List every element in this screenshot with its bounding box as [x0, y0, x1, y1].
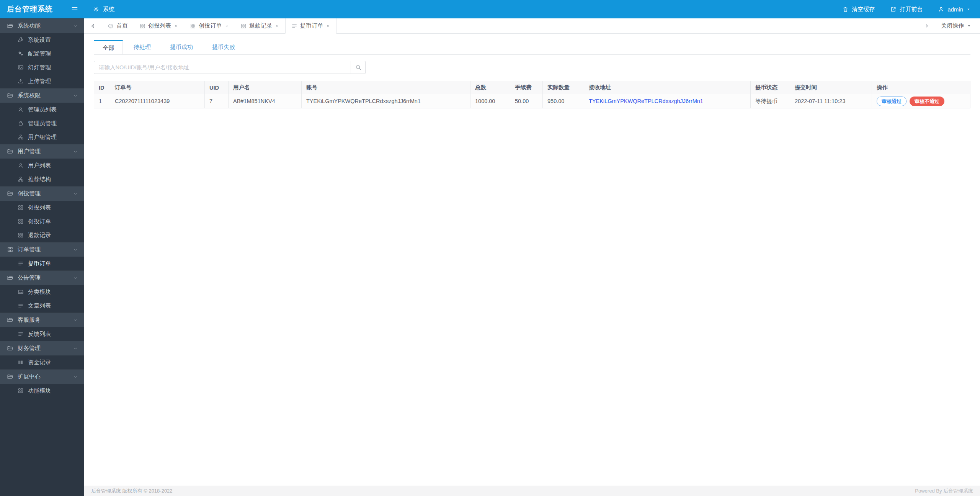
sidebar-group[interactable]: 公告管理 — [0, 270, 84, 285]
sidebar-group[interactable]: 用户管理 — [0, 144, 84, 159]
search-button[interactable] — [351, 61, 366, 74]
sidebar-item[interactable]: 创投列表 — [0, 201, 84, 214]
sidebar-item[interactable]: 配置管理 — [0, 47, 84, 61]
folder-icon — [7, 92, 13, 99]
open-tab[interactable]: 首页 — [102, 18, 134, 33]
folder-icon — [7, 23, 13, 29]
chevron-down-icon — [73, 374, 78, 380]
triangle-left-icon — [90, 23, 96, 29]
sidebar-item[interactable]: 上传管理 — [0, 74, 84, 88]
sidebar-item[interactable]: 系统设置 — [0, 33, 84, 47]
close-icon[interactable] — [224, 24, 229, 28]
sidebar-item[interactable]: 管理员列表 — [0, 103, 84, 116]
grid-icon — [7, 246, 13, 253]
filter-tab[interactable]: 提币失败 — [204, 40, 243, 54]
sidebar-item-label: 用户列表 — [28, 162, 51, 169]
list-icon — [291, 23, 297, 29]
sidebar-group[interactable]: 客服服务 — [0, 313, 84, 327]
cell-time: 2022-07-11 11:10:23 — [790, 94, 872, 108]
close-icon[interactable] — [174, 24, 178, 28]
sidebar-group[interactable]: 订单管理 — [0, 242, 84, 257]
sidebar-group[interactable]: 创投管理 — [0, 186, 84, 201]
gears-icon — [18, 51, 24, 57]
tab-label: 创投列表 — [148, 22, 171, 29]
sidebar-group-label: 系统功能 — [18, 22, 73, 29]
close-icon[interactable] — [326, 24, 330, 28]
sitemap-icon — [18, 176, 24, 182]
hamburger-icon[interactable] — [71, 6, 78, 13]
scroll-tabs-right-button[interactable] — [924, 23, 929, 28]
grid-icon — [18, 388, 24, 394]
topbar-action-external[interactable]: 打开前台 — [890, 6, 923, 13]
close-operations-dropdown[interactable]: 关闭操作 — [941, 22, 972, 29]
topbar-action-label: admin — [947, 6, 963, 13]
copyright-text: 后台管理系统 版权所有 © 2018-2022 — [91, 488, 915, 494]
list-icon — [18, 331, 24, 337]
sidebar-item[interactable]: 功能模块 — [0, 384, 84, 398]
triangle-right-icon — [924, 23, 929, 28]
tab-label: 首页 — [116, 22, 128, 29]
chevron-down-icon — [73, 191, 78, 196]
sidebar-item[interactable]: 资金记录 — [0, 355, 84, 369]
open-tab[interactable]: 退款记录 — [235, 18, 285, 33]
sidebar-item[interactable]: 创投订单 — [0, 214, 84, 228]
search-input[interactable] — [94, 61, 351, 74]
sidebar-item[interactable]: 退款记录 — [0, 228, 84, 242]
chevron-down-icon — [73, 247, 78, 252]
sidebar-item[interactable]: 反馈列表 — [0, 327, 84, 341]
sidebar-item-label: 反馈列表 — [28, 331, 51, 338]
sidebar-group[interactable]: 财务管理 — [0, 341, 84, 355]
topbar-action-label: 打开前台 — [900, 6, 923, 13]
barcode-icon — [18, 359, 24, 365]
column-header: 提交时间 — [790, 81, 872, 94]
topbar-action-label: 清空缓存 — [852, 6, 875, 13]
sidebar-item-label: 退款记录 — [28, 232, 51, 239]
upload-icon — [18, 78, 24, 84]
approve-button[interactable]: 审核通过 — [877, 97, 906, 106]
search-icon — [355, 64, 362, 71]
breadcrumb[interactable]: 系统 — [93, 6, 114, 13]
sidebar-item-label: 创投订单 — [28, 218, 51, 225]
sidebar-group[interactable]: 系统功能 — [0, 18, 84, 33]
sidebar-item-label: 管理员列表 — [28, 106, 57, 113]
sidebar-item[interactable]: 用户组管理 — [0, 130, 84, 144]
sidebar-item[interactable]: 提币订单 — [0, 257, 84, 270]
topbar-action-trash[interactable]: 清空缓存 — [842, 6, 875, 13]
cell-total: 1000.00 — [470, 94, 510, 108]
footer: 后台管理系统 版权所有 © 2018-2022 Powered By 后台管理系… — [84, 486, 980, 496]
table-row: 1C202207111110234397AB#1M851NKV4TYEKiLGm… — [94, 94, 970, 108]
sidebar-item[interactable]: 管理员管理 — [0, 116, 84, 130]
sidebar-group[interactable]: 扩展中心 — [0, 369, 84, 384]
sidebar-item[interactable]: 分类模块 — [0, 285, 84, 299]
folder-icon — [7, 148, 13, 155]
topbar-action-account[interactable]: admin — [938, 6, 971, 13]
grid-icon — [18, 232, 24, 238]
sidebar-item-label: 文章列表 — [28, 302, 51, 309]
sidebar-group[interactable]: 系统权限 — [0, 88, 84, 103]
close-icon[interactable] — [275, 24, 279, 28]
reject-button[interactable]: 审核不通过 — [910, 97, 944, 106]
sidebar-item-label: 资金记录 — [28, 359, 51, 366]
scroll-tabs-left-button[interactable] — [84, 18, 102, 33]
sidebar: 后台管理系统 系统功能系统设置配置管理幻灯管理上传管理系统权限管理员列表管理员管… — [0, 0, 84, 496]
open-tab[interactable]: 创投列表 — [134, 18, 184, 33]
sidebar-item[interactable]: 文章列表 — [0, 299, 84, 313]
sidebar-item[interactable]: 用户列表 — [0, 159, 84, 172]
cell-uid: 7 — [205, 94, 229, 108]
sidebar-item-label: 配置管理 — [28, 50, 51, 57]
sidebar-item[interactable]: 推荐结构 — [0, 172, 84, 186]
filter-tab[interactable]: 待处理 — [125, 40, 159, 54]
chevron-down-icon — [73, 149, 78, 154]
table-body: 1C202207111110234397AB#1M851NKV4TYEKiLGm… — [94, 94, 970, 108]
folder-icon — [7, 275, 13, 281]
cell-id: 1 — [94, 94, 110, 108]
sidebar-item[interactable]: 幻灯管理 — [0, 61, 84, 74]
open-tab[interactable]: 创投订单 — [184, 18, 235, 33]
address-link[interactable]: TYEKiLGmYPKWQReTPLCRdxszghJJ6rrMn1 — [589, 98, 703, 104]
sidebar-item-label: 上传管理 — [28, 78, 51, 85]
open-tab[interactable]: 提币订单 — [285, 18, 336, 34]
user-icon — [938, 6, 944, 13]
app-title: 后台管理系统 — [7, 4, 71, 14]
filter-tab[interactable]: 全部 — [94, 40, 123, 54]
filter-tab[interactable]: 提币成功 — [162, 40, 201, 54]
